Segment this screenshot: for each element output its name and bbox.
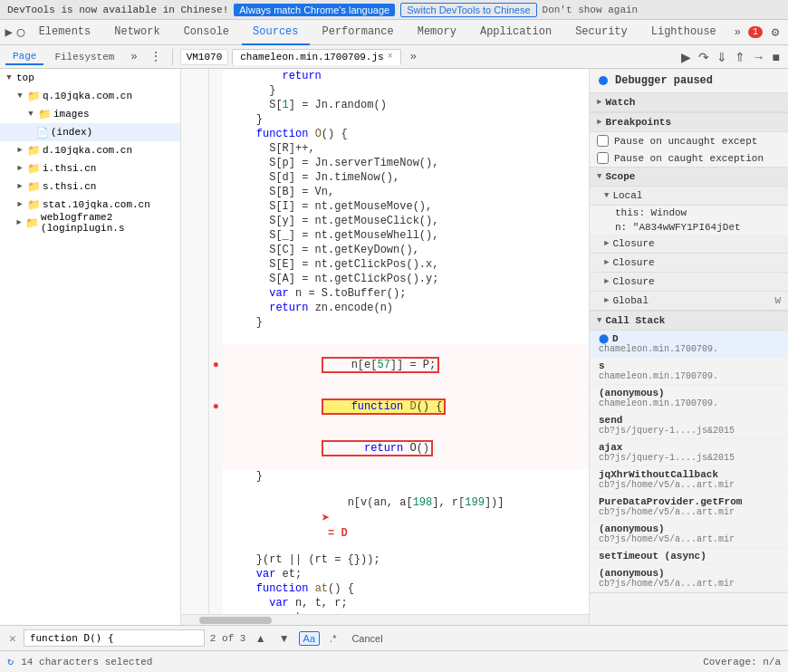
tab-performance[interactable]: Performance [312, 20, 405, 45]
search-count: 2 of 3 [210, 633, 246, 644]
more-secondary-tabs-icon[interactable]: » [125, 47, 142, 67]
call-stack-item-settimeout[interactable]: setTimeout (async) [590, 548, 788, 565]
dismiss-banner-link[interactable]: Don't show again [543, 5, 639, 15]
switch-devtools-button[interactable]: Switch DevTools to Chinese [400, 3, 536, 17]
deactivate-icon[interactable]: ■ [770, 48, 783, 66]
pause-caught-checkbox[interactable] [597, 152, 609, 164]
closure2-header[interactable]: ► Closure [590, 254, 788, 273]
tab-console[interactable]: Console [173, 20, 240, 45]
sidebar-item-top[interactable]: ▼ top [0, 69, 180, 87]
line-number[interactable] [181, 141, 208, 156]
close-file-icon[interactable]: × [388, 52, 393, 62]
more-files-icon[interactable]: » [405, 47, 422, 67]
step-over-icon[interactable]: ↷ [696, 48, 712, 66]
tab-sources[interactable]: Sources [242, 20, 309, 45]
sidebar-item-images[interactable]: ▼ 📁 images [0, 105, 180, 123]
call-stack-item-anon3[interactable]: (anonymous) cb?js/home/v5/a...art.mir [590, 565, 788, 592]
line-number[interactable] [181, 581, 208, 596]
search-up-button[interactable]: ▲ [252, 631, 270, 646]
search-close-icon[interactable]: ✕ [7, 631, 18, 646]
call-stack-item-anon1[interactable]: (anonymous) chameleon.min.1700709. [590, 385, 788, 412]
line-number[interactable] [181, 315, 208, 330]
cursor-icon[interactable]: ▶ [4, 24, 14, 42]
match-language-button[interactable]: Always match Chrome's language [234, 4, 395, 16]
line-number[interactable] [181, 330, 208, 344]
line-number[interactable] [181, 257, 208, 272]
line-number[interactable] [181, 567, 208, 581]
line-number[interactable] [181, 484, 208, 552]
pause-uncaught-checkbox[interactable] [597, 135, 609, 147]
call-stack-item-ajax[interactable]: ajax cb?js/jquery-1....js&2015 [590, 439, 788, 466]
line-number[interactable] [181, 469, 208, 484]
line-number[interactable] [181, 427, 208, 469]
vm-file-tab[interactable]: VM1070 [180, 49, 229, 65]
scrollbar-thumb[interactable] [199, 617, 272, 624]
search-input[interactable] [24, 629, 205, 647]
call-stack-item-s[interactable]: s chameleon.min.1700709. [590, 358, 788, 385]
step-icon[interactable]: → [750, 48, 768, 66]
resume-icon[interactable]: ▶ [678, 48, 694, 66]
regex-button[interactable]: .* [325, 631, 341, 646]
tab-filesystem[interactable]: Filesystem [47, 50, 121, 64]
tab-lighthouse[interactable]: Lighthouse [640, 20, 727, 45]
sidebar-item-weblogframe2[interactable]: ► 📁 weblogframe2 (loginplugin.s [0, 214, 180, 232]
sidebar-item-d10jqka[interactable]: ► 📁 d.10jqka.com.cn [0, 141, 180, 159]
line-number[interactable] [181, 112, 208, 127]
line-number[interactable] [181, 127, 208, 141]
chameleon-file-tab[interactable]: chameleon.min.1700709.js × [232, 49, 400, 65]
line-number[interactable] [181, 286, 208, 301]
line-number[interactable] [181, 228, 208, 243]
closure1-header[interactable]: ► Closure [590, 235, 788, 254]
global-scope-header[interactable]: ► Global W [590, 292, 788, 311]
line-number[interactable] [181, 170, 208, 185]
line-number[interactable] [181, 272, 208, 286]
line-number[interactable] [181, 214, 208, 228]
options-icon[interactable]: ⋮ [147, 48, 165, 66]
device-icon[interactable]: ◯ [15, 24, 25, 42]
call-stack-item-send[interactable]: send cb?js/jquery-1....js&2015 [590, 412, 788, 439]
line-number[interactable] [181, 69, 208, 83]
line-number[interactable] [181, 386, 208, 427]
search-cancel-button[interactable]: Cancel [346, 631, 388, 646]
line-number[interactable] [181, 301, 208, 315]
line-number[interactable] [181, 83, 208, 98]
line-number[interactable] [181, 199, 208, 214]
watch-header[interactable]: ► Watch [590, 93, 788, 112]
call-stack-header[interactable]: ▼ Call Stack [590, 312, 788, 331]
call-stack-item-d[interactable]: ⬤ D chameleon.min.1700709. [590, 331, 788, 358]
line-number[interactable] [181, 185, 208, 199]
step-out-icon[interactable]: ⇑ [732, 48, 748, 66]
line-number[interactable] [181, 243, 208, 257]
tab-memory[interactable]: Memory [407, 20, 467, 45]
call-stack-item-anon2[interactable]: (anonymous) cb?js/home/v5/a...art.mir [590, 521, 788, 548]
search-down-button[interactable]: ▼ [275, 631, 293, 646]
horizontal-scrollbar[interactable] [181, 614, 589, 625]
code-scroll-area[interactable]: return } S[1] = Jn.random() [181, 69, 589, 614]
closure3-header[interactable]: ► Closure [590, 273, 788, 292]
line-number[interactable] [181, 596, 208, 610]
sidebar-item-index[interactable]: 📄 (index) [0, 123, 180, 141]
line-number[interactable] [181, 344, 208, 386]
call-stack-item-jqxhr[interactable]: jqXhrWithoutCallback cb?js/home/v5/a...a… [590, 466, 788, 494]
step-into-icon[interactable]: ⇓ [714, 48, 730, 66]
tab-security[interactable]: Security [564, 20, 639, 45]
tab-application[interactable]: Application [469, 20, 562, 45]
line-number[interactable] [181, 156, 208, 170]
gear-icon[interactable]: ⚙ [766, 24, 784, 42]
line-number[interactable] [181, 552, 208, 567]
scope-header[interactable]: ▼ Scope [590, 168, 788, 187]
breakpoints-header[interactable]: ► Breakpoints [590, 113, 788, 132]
sidebar-item-stat10jqka[interactable]: ► 📁 stat.10jqka.com.cn [0, 196, 180, 214]
scope-this-label: this: Window [615, 207, 687, 218]
line-number[interactable] [181, 98, 208, 112]
tab-page[interactable]: Page [5, 49, 43, 65]
local-scope-header[interactable]: ▼ Local [590, 187, 788, 206]
call-stack-item-pure[interactable]: PureDataProvider.getFrom cb?js/home/v5/a… [590, 494, 788, 521]
more-tabs-icon[interactable]: » [729, 23, 746, 43]
tab-network[interactable]: Network [103, 20, 170, 45]
match-case-button[interactable]: Aa [299, 631, 320, 646]
sidebar-item-q10jqka[interactable]: ▼ 📁 q.10jqka.com.cn [0, 87, 180, 105]
sidebar-item-sthsi[interactable]: ► 📁 s.thsi.cn [0, 178, 180, 196]
tab-elements[interactable]: Elements [28, 20, 102, 45]
sidebar-item-ithsi[interactable]: ► 📁 i.thsi.cn [0, 159, 180, 178]
